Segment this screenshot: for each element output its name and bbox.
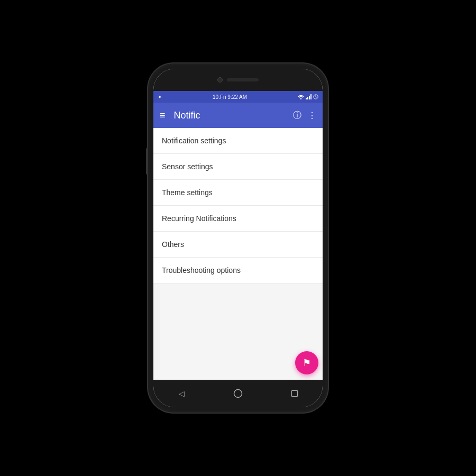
fab-button[interactable]: ⚑ — [295, 351, 318, 374]
menu-item-label: Theme settings — [162, 188, 213, 197]
menu-item-label: Recurring Notifications — [162, 214, 236, 223]
svg-point-1 — [234, 390, 242, 398]
front-camera — [217, 77, 223, 83]
recents-button[interactable] — [287, 386, 303, 401]
more-options-button[interactable]: ⋮ — [308, 111, 316, 121]
svg-rect-2 — [291, 390, 297, 396]
info-button[interactable]: ⓘ — [293, 110, 301, 121]
signal-icon — [306, 94, 312, 99]
notification-icon: ✦ — [158, 94, 162, 100]
back-button[interactable]: ◁ — [173, 386, 189, 401]
status-right-icons — [298, 94, 318, 99]
menu-item-theme-settings[interactable]: Theme settings — [153, 180, 323, 206]
earpiece-speaker — [227, 78, 259, 81]
menu-item-others[interactable]: Others — [153, 232, 323, 258]
status-bar: ✦ 10.Fri 9:22 AM — [153, 91, 323, 103]
fab-container: ⚑ — [295, 351, 318, 374]
status-left-icons: ✦ — [158, 94, 162, 100]
menu-item-recurring-notifications[interactable]: Recurring Notifications — [153, 206, 323, 232]
bottom-nav-bar: ◁ — [153, 380, 323, 407]
phone-screen: ✦ 10.Fri 9:22 AM — [153, 69, 323, 407]
menu-item-label: Others — [162, 240, 184, 249]
menu-item-label: Notification settings — [162, 136, 226, 145]
status-time: 10.Fri 9:22 AM — [213, 94, 247, 100]
fab-icon: ⚑ — [303, 357, 311, 369]
menu-item-troubleshooting[interactable]: Troubleshooting options — [153, 258, 323, 283]
phone-device: ✦ 10.Fri 9:22 AM — [148, 63, 328, 413]
data-icon — [313, 94, 318, 99]
screen: ✦ 10.Fri 9:22 AM — [153, 91, 323, 380]
top-bezel — [153, 69, 323, 91]
app-title: Notific — [174, 110, 293, 121]
home-button[interactable] — [230, 386, 246, 401]
menu-button[interactable]: ≡ — [160, 110, 166, 121]
volume-button[interactable] — [146, 148, 148, 175]
settings-menu-list: Notification settings Sensor settings Th… — [153, 128, 323, 380]
menu-item-sensor-settings[interactable]: Sensor settings — [153, 154, 323, 180]
wifi-icon — [298, 94, 304, 99]
app-bar: ≡ Notific ⓘ ⋮ — [153, 103, 323, 128]
menu-item-notification-settings[interactable]: Notification settings — [153, 128, 323, 154]
menu-item-label: Troubleshooting options — [162, 266, 241, 274]
app-bar-actions: ⓘ ⋮ — [293, 110, 316, 121]
menu-item-label: Sensor settings — [162, 162, 213, 171]
